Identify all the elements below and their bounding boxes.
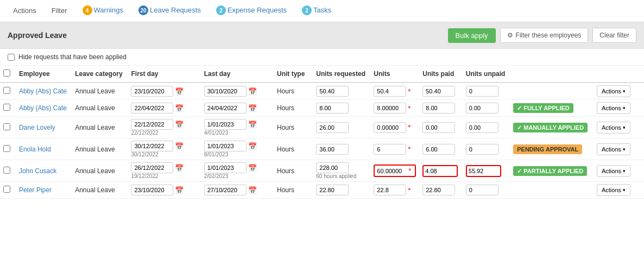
units-unpaid-input[interactable] [466, 144, 498, 155]
last-day-wrap: 📅 [204, 185, 270, 195]
required-star: * [408, 87, 411, 96]
nav-item-tasks[interactable]: 2Tasks [294, 0, 339, 22]
actions-button[interactable]: Actions ▾ [597, 143, 630, 155]
first-day-sub: 30/12/2022 [131, 151, 197, 157]
units-input[interactable] [374, 103, 406, 113]
row-checkbox[interactable] [3, 104, 10, 111]
last-day-input[interactable] [204, 141, 247, 151]
table-row: Enola HoldAnnual Leave 📅 30/12/2022 📅 8/… [0, 138, 644, 160]
units-paid-input[interactable] [422, 122, 455, 133]
calendar-icon[interactable]: 📅 [248, 142, 257, 150]
units-input[interactable] [374, 122, 406, 133]
first-day-input[interactable] [131, 162, 173, 173]
required-star: * [408, 186, 411, 194]
calendar-icon[interactable]: 📅 [248, 104, 257, 112]
last-day-input[interactable] [204, 86, 247, 97]
units-requested-input[interactable] [316, 162, 349, 173]
units-unpaid-input[interactable] [466, 103, 498, 113]
units-input[interactable] [374, 86, 406, 97]
units-paid-input[interactable] [422, 144, 455, 155]
calendar-icon[interactable]: 📅 [175, 164, 184, 172]
first-day-input[interactable] [131, 141, 173, 151]
units-input[interactable] [374, 144, 406, 155]
first-day-input[interactable] [131, 185, 173, 195]
row-checkbox[interactable] [3, 186, 10, 193]
table-row: Abby (Abs) CateAnnual Leave 📅 📅 Hours * … [0, 100, 644, 117]
actions-button[interactable]: Actions ▾ [597, 184, 630, 196]
employee-link[interactable]: Peter Piper [19, 186, 52, 194]
units-unpaid-input[interactable] [469, 168, 498, 174]
calendar-icon[interactable]: 📅 [175, 87, 184, 96]
leave-category: Annual Leave [75, 104, 115, 112]
employee-link[interactable]: Abby (Abs) Cate [19, 87, 67, 95]
last-day-input[interactable] [204, 103, 247, 113]
first-day-wrap: 📅 [131, 141, 197, 151]
row-checkbox[interactable] [3, 123, 10, 130]
actions-button[interactable]: Actions ▾ [597, 102, 630, 114]
required-star: * [408, 145, 411, 153]
select-all-checkbox[interactable] [3, 69, 10, 77]
calendar-icon[interactable]: 📅 [248, 164, 257, 172]
actions-label: Actions [602, 88, 621, 94]
tasks-badge: 2 [302, 5, 312, 15]
nav-item-filter[interactable]: Filter [44, 1, 75, 21]
nav-item-expense-requests[interactable]: 2Expense Requests [209, 0, 294, 22]
hide-checkbox[interactable] [8, 54, 15, 61]
unit-type: Hours [277, 186, 294, 194]
employee-link[interactable]: John Cusack [19, 167, 56, 175]
table-wrapper: Employee Leave category First day Last d… [0, 66, 644, 199]
first-day-input[interactable] [131, 86, 173, 97]
units-requested-input[interactable] [316, 122, 349, 133]
units-requested-input[interactable] [316, 103, 349, 113]
employee-link[interactable]: Dane Lovely [19, 124, 55, 131]
col-status [510, 66, 594, 83]
units-paid-input[interactable] [422, 103, 455, 113]
first-day-input[interactable] [131, 119, 173, 130]
last-day-input[interactable] [204, 119, 247, 130]
calendar-icon[interactable]: 📅 [175, 186, 184, 194]
last-day-input[interactable] [204, 185, 247, 195]
units-requested-input[interactable] [316, 144, 349, 155]
units-highlight-wrap: * [374, 165, 416, 177]
leave-category: Annual Leave [75, 87, 115, 95]
unit-type: Hours [277, 124, 294, 131]
units-unpaid-input[interactable] [466, 185, 498, 195]
filter-employees-button[interactable]: ⚙ Filter these employees [500, 28, 589, 43]
units-paid-input[interactable] [425, 168, 455, 174]
col-employee: Employee [16, 66, 72, 83]
first-day-input[interactable] [131, 103, 173, 113]
filter-icon: ⚙ [507, 31, 513, 39]
units-paid-input[interactable] [422, 185, 455, 195]
clear-filter-button[interactable]: Clear filter [592, 28, 636, 43]
calendar-icon[interactable]: 📅 [175, 104, 184, 112]
calendar-icon[interactable]: 📅 [175, 142, 184, 150]
calendar-icon[interactable]: 📅 [248, 121, 257, 129]
last-day-wrap: 📅 [204, 86, 270, 97]
nav-item-actions[interactable]: Actions [5, 1, 44, 21]
employee-link[interactable]: Enola Hold [19, 146, 51, 153]
units-input[interactable] [377, 168, 407, 174]
actions-button[interactable]: Actions ▾ [597, 85, 630, 97]
actions-button[interactable]: Actions ▾ [597, 122, 630, 134]
units-requested-input[interactable] [316, 86, 349, 97]
row-checkbox[interactable] [3, 87, 10, 94]
units-paid-input[interactable] [422, 86, 455, 97]
nav-item-warnings[interactable]: 4Warnings [75, 0, 131, 22]
col-unitspaid: Units paid [419, 66, 463, 83]
units-unpaid-input[interactable] [466, 122, 498, 133]
units-unpaid-input[interactable] [466, 86, 498, 97]
calendar-icon[interactable]: 📅 [248, 186, 257, 194]
units-input[interactable] [374, 185, 406, 195]
row-checkbox[interactable] [3, 145, 10, 152]
nav-item-leave-requests[interactable]: 20Leave Requests [131, 0, 209, 22]
col-unittype: Unit type [274, 66, 313, 83]
last-day-input[interactable] [204, 162, 247, 173]
units-requested-input[interactable] [316, 185, 349, 195]
calendar-icon[interactable]: 📅 [175, 121, 184, 129]
status-badge: ✓ FULLY APPLIED [513, 103, 573, 113]
calendar-icon[interactable]: 📅 [248, 87, 257, 96]
row-checkbox[interactable] [3, 167, 10, 174]
bulk-apply-button[interactable]: Bulk apply [448, 28, 496, 43]
employee-link[interactable]: Abby (Abs) Cate [19, 104, 67, 112]
actions-button[interactable]: Actions ▾ [597, 165, 630, 177]
